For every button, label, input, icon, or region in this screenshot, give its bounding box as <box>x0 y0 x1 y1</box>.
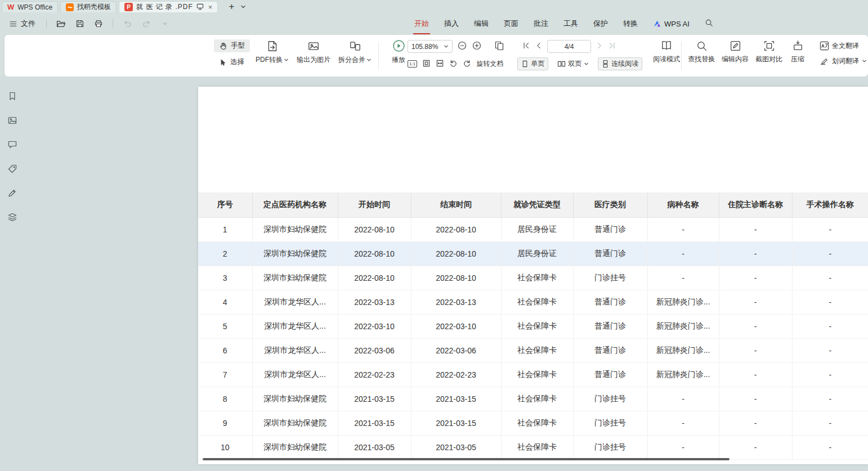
edit-content-button[interactable]: 编辑内容 <box>721 40 750 64</box>
layers-panel-button[interactable] <box>7 212 17 224</box>
table-cell: - <box>719 362 792 387</box>
pdf-convert-button[interactable]: PDF转换 <box>256 40 289 65</box>
actual-size-button[interactable]: 1:1 <box>408 60 417 68</box>
full-translation-icon <box>820 41 829 51</box>
printer-icon <box>94 19 103 28</box>
table-cell: 社会保障卡 <box>501 387 573 411</box>
next-page-button[interactable] <box>596 42 603 51</box>
play-label: 播放 <box>392 55 405 65</box>
export-image-icon <box>307 40 320 52</box>
annotation-panel-button[interactable] <box>7 188 17 200</box>
table-row[interactable]: 9深圳市妇幼保健院2021-03-152021-03-15社会保障卡门诊挂号--… <box>198 411 868 435</box>
double-page-button[interactable]: 双页 <box>553 57 593 70</box>
rotate-left-button[interactable] <box>449 59 458 69</box>
word-translation-button[interactable]: 划词翻译 <box>820 56 867 66</box>
table-cell: 居民身份证 <box>501 241 573 266</box>
table-row[interactable]: 3深圳市妇幼保健院2022-08-102022-08-10社会保障卡门诊挂号--… <box>198 266 868 290</box>
fit-window-button[interactable] <box>494 41 504 52</box>
reading-mode-button[interactable]: 阅读模式 <box>651 39 682 64</box>
select-tool-button[interactable]: 选择 <box>214 56 250 69</box>
book-icon <box>660 39 673 52</box>
zoom-out-button[interactable] <box>457 41 467 52</box>
rotate-right-button[interactable] <box>463 59 471 69</box>
page-number-input[interactable] <box>547 40 591 53</box>
tab-insert[interactable]: 插入 <box>444 19 459 29</box>
table-row[interactable]: 6深圳市龙华区人...2022-03-062022-03-06社会保障卡普通门诊… <box>198 338 868 362</box>
table-row[interactable]: 4深圳市龙华区人...2022-03-132022-03-13社会保障卡普通门诊… <box>198 290 868 314</box>
table-cell: 社会保障卡 <box>501 290 573 314</box>
tab-protect[interactable]: 保护 <box>593 19 608 29</box>
table-cell: 门诊挂号 <box>573 266 647 290</box>
tab-comment[interactable]: 批注 <box>534 19 548 29</box>
table-cell: - <box>792 362 868 387</box>
table-cell: - <box>792 435 868 459</box>
tab-convert[interactable]: 转换 <box>623 19 638 29</box>
history-chevron-icon[interactable] <box>158 17 172 30</box>
file-menu-button[interactable]: 文件 <box>6 17 39 30</box>
ribbon-search-button[interactable] <box>705 19 713 29</box>
undo-button[interactable] <box>120 17 135 30</box>
fit-page-button[interactable] <box>422 59 431 69</box>
zoom-in-button[interactable] <box>472 41 482 52</box>
close-tab-icon[interactable]: × <box>208 3 213 11</box>
wps-ai-icon <box>653 20 661 28</box>
full-translation-button[interactable]: 全文翻译 <box>820 41 867 51</box>
left-panel-rail <box>0 77 25 471</box>
fit-width-button[interactable] <box>436 59 444 69</box>
continuous-read-button[interactable]: 连续阅读 <box>598 57 642 70</box>
table-cell: 2022-08-10 <box>411 217 501 241</box>
bookmarks-panel-button[interactable] <box>7 91 17 103</box>
open-file-button[interactable] <box>54 17 68 30</box>
save-button[interactable] <box>73 17 87 30</box>
table-row[interactable]: 2深圳市妇幼保健院2022-08-102022-08-10居民身份证普通门诊--… <box>198 241 868 266</box>
tab-page[interactable]: 页面 <box>504 19 518 29</box>
table-row[interactable]: 5深圳市龙华区人...2022-03-102022-03-10社会保障卡普通门诊… <box>198 314 868 338</box>
tab-tools[interactable]: 工具 <box>563 19 578 29</box>
table-cell: 深圳市妇幼保健院 <box>252 217 338 241</box>
print-button[interactable] <box>91 17 105 30</box>
previous-page-button[interactable] <box>535 42 543 51</box>
labels-panel-button[interactable] <box>7 164 17 176</box>
file-menu-label: 文件 <box>21 19 35 29</box>
table-cell: - <box>792 411 868 435</box>
export-image-button[interactable]: 输出为图片 <box>297 40 330 65</box>
new-tab-button[interactable]: + <box>226 1 237 12</box>
tab-home[interactable]: 开始 <box>414 19 429 29</box>
pdf-convert-label: PDF转换 <box>256 55 283 65</box>
table-cell: 社会保障卡 <box>501 314 573 338</box>
tab-docer[interactable]: 找稻壳模板 <box>60 1 117 12</box>
divider <box>681 42 682 70</box>
tab-wps-ai[interactable]: WPS AI <box>653 20 690 28</box>
chevron-down-icon <box>284 57 289 62</box>
table-row[interactable]: 8深圳市妇幼保健院2021-03-152021-03-15社会保障卡门诊挂号--… <box>198 387 868 411</box>
screenshot-compare-icon <box>763 40 775 52</box>
comments-panel-button[interactable] <box>7 140 17 151</box>
tab-list-chevron-icon[interactable] <box>240 1 246 12</box>
tab-wps-office[interactable]: W WPS Office <box>2 1 58 12</box>
thumbnails-panel-button[interactable] <box>7 115 17 127</box>
table-row[interactable]: 7深圳市龙华区人...2022-02-232022-02-23社会保障卡普通门诊… <box>198 362 868 387</box>
tab-document[interactable]: P 就 医 记 录 .PDF × <box>119 1 218 12</box>
zoom-select[interactable]: 105.88% <box>408 40 453 53</box>
screenshot-compare-button[interactable]: 截图对比 <box>754 40 784 64</box>
table-row[interactable]: 10深圳市妇幼保健院2021-03-052021-03-05社会保障卡门诊挂号-… <box>198 435 868 459</box>
table-cell: 2022-08-10 <box>338 217 411 241</box>
tab-edit[interactable]: 编辑 <box>474 19 489 29</box>
table-row[interactable]: 1深圳市妇幼保健院2022-08-102022-08-10居民身份证普通门诊--… <box>198 217 868 241</box>
table-cell: 深圳市妇幼保健院 <box>252 387 338 411</box>
chevron-down-icon <box>366 57 372 62</box>
rotate-doc-label[interactable]: 旋转文档 <box>476 59 503 69</box>
split-merge-button[interactable]: 拆分合并 <box>338 40 372 65</box>
pdf-page[interactable]: 序号定点医药机构名称开始时间结束时间就诊凭证类型医疗类别病种名称住院主诊断名称手… <box>198 87 868 464</box>
last-page-button[interactable] <box>608 42 616 51</box>
horizontal-scrollbar[interactable] <box>203 458 730 460</box>
redo-button[interactable] <box>139 17 153 30</box>
single-page-button[interactable]: 单页 <box>517 57 548 70</box>
column-header: 住院主诊断名称 <box>719 192 792 217</box>
hand-tool-button[interactable]: 手型 <box>214 39 250 52</box>
first-page-button[interactable] <box>522 42 530 51</box>
column-header: 病种名称 <box>647 192 719 217</box>
table-cell: 2022-03-10 <box>411 314 501 338</box>
find-replace-button[interactable]: 查找替换 <box>687 40 716 64</box>
compress-button[interactable]: 压缩 <box>788 40 807 64</box>
